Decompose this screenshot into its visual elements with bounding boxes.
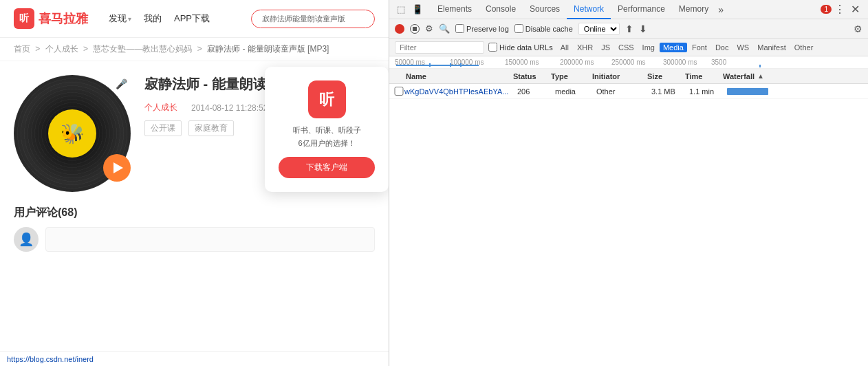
preserve-log-label[interactable]: Preserve log: [455, 24, 509, 33]
row-time: 1.1 min: [689, 87, 727, 96]
breadcrumb-series[interactable]: 慧芯女塾——教出慧心妈妈: [93, 44, 192, 54]
sort-arrow-icon: ▲: [757, 72, 764, 80]
tag-public-course[interactable]: 公开课: [144, 120, 182, 136]
throttle-select[interactable]: Online: [578, 23, 620, 35]
disable-cache-checkbox[interactable]: [514, 24, 523, 33]
nav-items: 发现 ▾ 我的 APP下载: [109, 12, 251, 25]
filter-js[interactable]: JS: [598, 43, 614, 52]
site-header: 听 喜马拉雅 发现 ▾ 我的 APP下载 寂静法师能量朗读童声版: [0, 0, 389, 38]
mic-icon: 🎤: [116, 78, 127, 89]
breadcrumb: 首页 > 个人成长 > 慧芯女塾——教出慧心妈妈 > 寂静法师 - 能量朗读童声…: [0, 38, 389, 61]
popup-text2: 6亿用户的选择！: [279, 138, 375, 149]
timeline-tick2: [450, 63, 451, 67]
devtools-right-icons: 1 ⋮ ✕: [818, 3, 862, 16]
site-logo[interactable]: 听 喜马拉雅: [14, 8, 88, 29]
row-size: 3.1 MB: [651, 87, 689, 96]
track-category[interactable]: 个人成长: [144, 102, 177, 114]
bottom-bar: https://blog.csdn.net/inerd: [0, 351, 389, 366]
filter-font[interactable]: Font: [688, 43, 710, 52]
row-type: media: [555, 87, 596, 96]
timeline-mark-6: 3500: [711, 58, 726, 66]
col-header-name[interactable]: Name: [389, 72, 513, 80]
devtools-panel: ⬚ 📱 Elements Console Sources Network Per…: [389, 0, 868, 366]
disable-cache-label[interactable]: Disable cache: [514, 24, 573, 33]
hide-data-urls-label[interactable]: Hide data URLs: [488, 43, 553, 52]
settings-button[interactable]: ⚙: [854, 23, 862, 34]
inspect-element-icon[interactable]: ⬚: [395, 3, 407, 16]
download-client-button[interactable]: 下载客户端: [279, 157, 375, 178]
col-header-size[interactable]: Size: [647, 72, 685, 80]
comments-title: 用户评论(68): [14, 206, 375, 220]
logo-text: 喜马拉雅: [39, 10, 88, 27]
nav-item-app[interactable]: APP下载: [174, 12, 210, 25]
error-badge: 1: [821, 5, 832, 14]
col-header-type[interactable]: Type: [551, 72, 592, 80]
filter-all[interactable]: All: [557, 43, 572, 52]
export-button[interactable]: ⬇: [639, 23, 647, 34]
filter-doc[interactable]: Doc: [712, 43, 733, 52]
preserve-log-checkbox[interactable]: [455, 24, 464, 33]
breadcrumb-current: 寂静法师 - 能量朗读童声版 [MP3]: [207, 44, 329, 54]
website-panel: 听 喜马拉雅 发现 ▾ 我的 APP下载 寂静法师能量朗读童声版 首页 > 个人…: [0, 0, 389, 366]
download-popup: 听 听书、听课、听段子 6亿用户的选择！ 下载客户端: [265, 67, 389, 192]
filter-css[interactable]: CSS: [615, 43, 638, 52]
character-image: 🐝: [50, 111, 95, 156]
import-button[interactable]: ⬆: [625, 23, 633, 34]
filter-icon[interactable]: ⚙: [425, 23, 433, 34]
devtools-toolbar: ⬚ 📱 Elements Console Sources Network Per…: [389, 0, 868, 19]
breadcrumb-sep3: >: [197, 44, 204, 54]
row-checkbox[interactable]: [393, 87, 404, 96]
more-tabs-icon[interactable]: »: [715, 4, 726, 15]
filter-img[interactable]: Img: [639, 43, 658, 52]
row-status: 206: [517, 87, 555, 96]
filter-input[interactable]: [395, 41, 484, 54]
tab-performance[interactable]: Performance: [611, 0, 672, 19]
tab-elements[interactable]: Elements: [431, 0, 479, 19]
nav-item-discover[interactable]: 发现 ▾: [109, 12, 131, 25]
table-header: Name Status Type Initiator Size Time Wat…: [389, 69, 868, 84]
table-row[interactable]: wKgDaVV4QbHTPIesAEbYA... 206 media Other…: [389, 84, 868, 99]
hide-data-urls-checkbox[interactable]: [488, 43, 497, 52]
search-icon[interactable]: 🔍: [439, 23, 450, 34]
breadcrumb-growth[interactable]: 个人成长: [45, 44, 78, 54]
filter-xhr[interactable]: XHR: [574, 43, 596, 52]
tab-network[interactable]: Network: [567, 0, 611, 19]
device-toolbar-icon[interactable]: 📱: [411, 3, 424, 16]
vertical-dots-icon[interactable]: ⋮: [834, 3, 845, 16]
search-box[interactable]: 寂静法师能量朗读童声版: [251, 10, 375, 28]
col-header-initiator[interactable]: Initiator: [592, 72, 647, 80]
tab-sources[interactable]: Sources: [523, 0, 567, 19]
filter-other[interactable]: Other: [791, 43, 817, 52]
col-header-status[interactable]: Status: [513, 72, 551, 80]
tab-console[interactable]: Console: [479, 0, 523, 19]
filter-bar: Hide data URLs All XHR JS CSS Img Media …: [389, 39, 868, 56]
col-header-waterfall[interactable]: Waterfall ▲: [723, 72, 868, 80]
devtools-close-button[interactable]: ✕: [848, 3, 862, 16]
popup-logo: 听: [308, 80, 346, 118]
timeline-mark-5: 300000 ms: [663, 58, 697, 66]
filter-ws[interactable]: WS: [733, 43, 752, 52]
comment-avatar: 👤: [14, 227, 39, 252]
comment-input[interactable]: [45, 227, 375, 252]
play-button[interactable]: [103, 154, 131, 182]
breadcrumb-home[interactable]: 首页: [14, 44, 30, 54]
filter-media[interactable]: Media: [660, 43, 687, 52]
main-content: 🐝 🎤 寂静法师 - 能量朗读童声版 个人成长 2014-08-12 11:28…: [0, 61, 389, 206]
col-header-time[interactable]: Time: [685, 72, 723, 80]
record-button[interactable]: [395, 24, 404, 34]
row-waterfall: [727, 88, 868, 95]
tab-memory[interactable]: Memory: [672, 0, 715, 19]
timeline-mark-4: 250000 ms: [611, 58, 645, 66]
devtools-tabs: Elements Console Sources Network Perform…: [431, 0, 814, 19]
filter-manifest[interactable]: Manifest: [754, 43, 790, 52]
nav-item-mine[interactable]: 我的: [144, 12, 162, 25]
logo-icon: 听: [14, 8, 34, 29]
filter-types: All XHR JS CSS Img Media Font Doc WS Man…: [557, 43, 817, 52]
clear-button[interactable]: [410, 24, 420, 34]
timeline-tick1: [429, 63, 431, 67]
track-date: 2014-08-12 11:28:52: [191, 103, 268, 113]
timeline-mark-2: 150000 ms: [505, 58, 539, 66]
comment-row: 👤: [14, 227, 375, 252]
timeline-tick4: [759, 65, 761, 67]
tag-family-education[interactable]: 家庭教育: [188, 120, 234, 136]
